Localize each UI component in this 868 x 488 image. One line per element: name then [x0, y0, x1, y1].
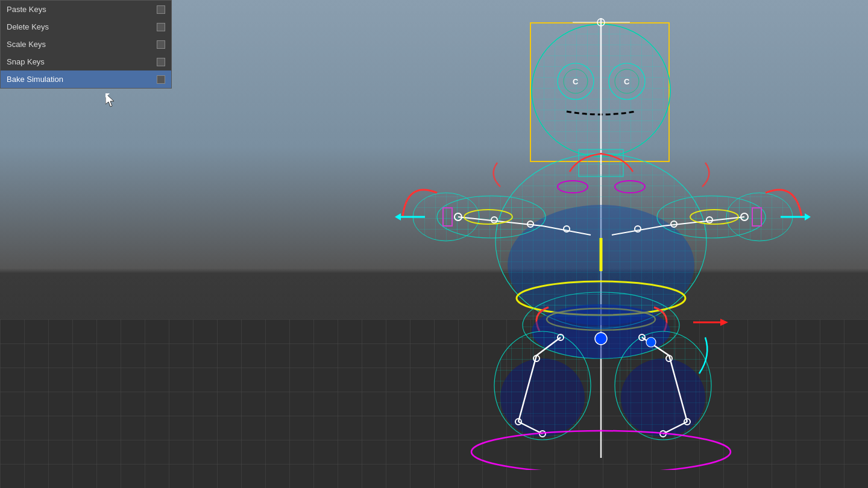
viewport[interactable]: C C — [0, 0, 868, 488]
paste-keys-checkbox[interactable] — [157, 5, 165, 14]
bake-simulation-label: Bake Simulation — [7, 75, 157, 84]
svg-point-43 — [500, 358, 585, 437]
svg-point-59 — [595, 333, 607, 345]
menu-item-snap-keys[interactable]: Snap Keys — [1, 53, 171, 70]
svg-marker-34 — [805, 213, 811, 221]
menu-item-delete-keys[interactable]: Delete Keys — [1, 18, 171, 36]
menu-item-scale-keys[interactable]: Scale Keys — [1, 36, 171, 53]
svg-text:C: C — [573, 77, 579, 86]
svg-marker-62 — [720, 319, 728, 326]
bake-simulation-checkbox[interactable] — [157, 75, 165, 84]
snap-keys-label: Snap Keys — [7, 57, 157, 66]
character-viewport: C C — [392, 12, 814, 470]
delete-keys-label: Delete Keys — [7, 22, 157, 31]
snap-keys-checkbox[interactable] — [157, 58, 165, 66]
svg-marker-69 — [105, 93, 114, 107]
menu-item-paste-keys[interactable]: Paste Keys — [1, 1, 171, 18]
delete-keys-checkbox[interactable] — [157, 23, 165, 31]
svg-point-44 — [621, 358, 705, 437]
menu-item-bake-simulation[interactable]: Bake Simulation — [1, 70, 171, 88]
svg-marker-36 — [395, 213, 401, 221]
svg-point-60 — [646, 337, 656, 347]
context-menu: Paste Keys Delete Keys Scale Keys Snap K… — [0, 0, 172, 89]
paste-keys-label: Paste Keys — [7, 5, 157, 14]
scale-keys-checkbox[interactable] — [157, 40, 165, 49]
svg-text:C: C — [624, 77, 630, 86]
mouse-cursor — [105, 93, 118, 108]
scale-keys-label: Scale Keys — [7, 40, 157, 49]
